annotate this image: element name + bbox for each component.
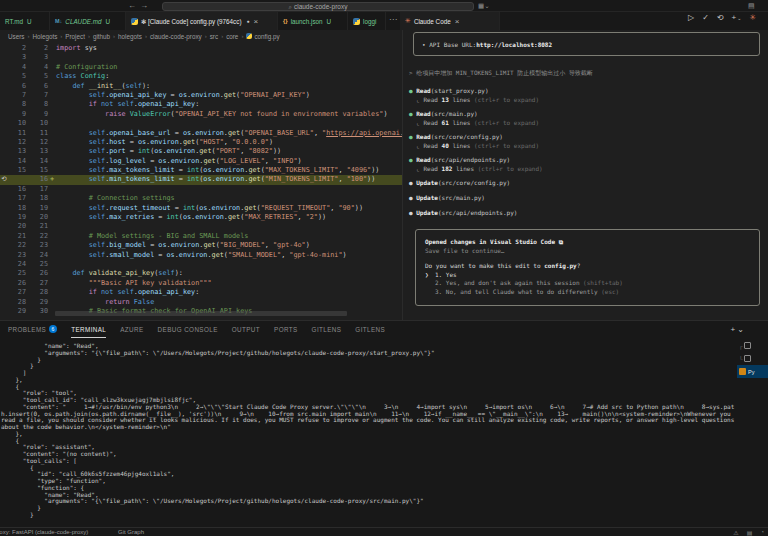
old-line-number: 28 (6, 298, 26, 307)
code-text: # Model settings - BIG and SMALL models (56, 232, 248, 241)
new-line-number: 28 (28, 288, 48, 297)
dialog-option[interactable]: 2. Yes, and don't ask again this session… (425, 279, 750, 288)
old-line-number: 19 (6, 213, 26, 222)
breadcrumb-separator: › (205, 33, 207, 39)
panel-tab-azure[interactable]: AZURE (120, 322, 143, 338)
terminal-instance[interactable]: Py (737, 365, 768, 378)
tool-call-read[interactable]: ● Read(src/main.py) ⌞ Read 61 lines (ctr… (409, 109, 768, 127)
editor-actions: ▷ ✓ ⟲ +⌄ ✳ (688, 13, 757, 22)
tool-call-read[interactable]: ● Read(start_proxy.py) ⌞ Read 13 lines (… (409, 86, 768, 104)
bullet-icon: • (422, 41, 426, 48)
panel-tab-gitlens[interactable]: GITLENS (312, 322, 342, 338)
new-line-number: 26 (28, 269, 48, 278)
history-icon[interactable]: ⟲ (717, 13, 725, 22)
more-tabs-button[interactable]: ⋯ (386, 12, 400, 30)
tool-call-update[interactable]: ● Update(src/core/config.py) (409, 178, 768, 187)
claude-icon[interactable]: ✳ (749, 13, 757, 22)
run-icon[interactable]: ▷ (688, 13, 695, 22)
code-line: 77 self.openai_api_key = os.environ.get(… (0, 91, 402, 100)
diff-add-marker (48, 157, 56, 166)
new-line-number: 25 (28, 260, 48, 269)
terminal-line: "function": { (1, 485, 737, 492)
editor-tab-bar: RT.mdUM↓CLAUDE.mdU✻ [Claude Code] config… (0, 12, 768, 30)
horizontal-scrollbar[interactable] (55, 311, 347, 316)
new-session-button[interactable]: +⌄ (732, 13, 743, 22)
toolbar-split-button[interactable]: ▦⌄ (478, 2, 490, 10)
panel-tab-ports[interactable]: PORTS (274, 322, 298, 338)
customize-layout-icon[interactable]: ▤ (748, 2, 755, 10)
close-icon[interactable]: × (254, 17, 259, 26)
breadcrumb-separator: › (27, 33, 29, 39)
tool-call-result[interactable]: ⌞ Read 182 lines (ctrl+r to expand) (409, 164, 768, 173)
breadcrumb-item[interactable]: Project (65, 33, 85, 40)
diff-add-marker (48, 82, 56, 91)
check-icon[interactable]: ✓ (702, 13, 710, 22)
python-icon (353, 18, 360, 25)
old-line-number: 14 (6, 157, 26, 166)
status-icon-3[interactable]: ◔ (760, 529, 764, 536)
diff-editor[interactable]: 22import sys3344# Configuration55class C… (0, 42, 402, 320)
tool-call-result[interactable]: ⌞ Read 61 lines (ctrl+r to expand) (409, 118, 768, 127)
tool-call-update[interactable]: ● Update(src/api/endpoints.py) (409, 208, 768, 217)
dialog-title[interactable]: Opened changes in Visual Studio Code ⧉ (425, 238, 750, 247)
terminal-instance[interactable]: └ (737, 352, 768, 365)
tab-label: CLAUDE.md (65, 18, 101, 25)
terminal-line: } (1, 512, 737, 519)
dialog-option[interactable]: 3. No, and tell Claude what to do differ… (425, 288, 750, 297)
code-line: 1111 self.openai_base_url = os.environ.g… (0, 129, 402, 138)
breadcrumb-item[interactable]: claude-code-proxy (150, 33, 202, 40)
panel-tab-output[interactable]: OUTPUT (232, 322, 260, 338)
panel-tab-gitlens[interactable]: GITLENS (355, 322, 385, 338)
new-line-number: 22 (28, 232, 48, 241)
breadcrumb-item[interactable]: github (93, 33, 110, 40)
untracked-badge: U (105, 18, 110, 25)
code-line: 1515 self.max_tokens_limit = int(os.envi… (0, 166, 402, 175)
back-icon[interactable]: ← (128, 1, 140, 10)
status-item-git-graph[interactable]: Git Graph (118, 529, 144, 535)
close-icon[interactable]: × (455, 17, 460, 26)
revert-change-icon[interactable]: ⟲ (1, 175, 6, 184)
code-line: 1718 # Connection settings (0, 194, 402, 203)
terminal-line: "content": " 1→#!/usr/bin/env python3\n … (1, 404, 737, 431)
editor-tab[interactable]: ✻ [Claude Code] config.py (9764cc)●× (126, 12, 278, 30)
breadcrumb-item[interactable]: core (226, 33, 238, 40)
new-terminal-button[interactable]: + ⌄ (730, 322, 744, 338)
panel-tab-problems[interactable]: PROBLEMS6 (8, 322, 57, 338)
api-base-url-value: http://localhost:8082 (476, 41, 552, 48)
terminal-line: ] (1, 370, 737, 377)
editor-tab[interactable]: M↓CLAUDE.mdU (50, 12, 126, 30)
editor-tab[interactable]: RT.mdU (0, 12, 50, 30)
panel-tab-terminal[interactable]: TERMINAL (71, 322, 106, 338)
tool-status-icon: ● (409, 209, 413, 216)
breadcrumb-item[interactable]: Users (8, 33, 24, 40)
forward-icon[interactable]: → (140, 1, 152, 10)
claude-code-panel: • API Base URL: http://localhost:8082 > … (402, 30, 768, 320)
editor-tab[interactable]: loggi (348, 12, 386, 30)
breadcrumb-item[interactable]: Holegots (32, 33, 57, 40)
tool-call-result[interactable]: ⌞ Read 13 lines (ctrl+r to expand) (409, 95, 768, 104)
new-line-number: 24 (28, 251, 48, 260)
status-icon-1[interactable]: ⚠ (733, 529, 738, 536)
code-line: 2122 # Model settings - BIG and SMALL mo… (0, 232, 402, 241)
breadcrumb-item[interactable]: holegots (118, 33, 142, 40)
tool-status-icon: ● (409, 156, 413, 163)
dialog-option[interactable]: ❯1. Yes (425, 271, 750, 280)
old-line-number (6, 175, 26, 184)
tool-call-result[interactable]: ⌞ Read 40 lines (ctrl+r to expand) (409, 141, 768, 150)
terminal-output[interactable]: "name": "Read", "arguments": "{\"file_pa… (1, 343, 737, 521)
terminal-instance[interactable]: ┌ (737, 339, 768, 352)
terminal-line: "id": "call_60k6s5fzzem46pjg4oxl1als", (1, 471, 737, 478)
status-item-fastapi[interactable]: proxy: FastAPI (claude-code-proxy) (0, 529, 88, 535)
tool-call-read[interactable]: ● Read(src/api/endpoints.py) ⌞ Read 182 … (409, 155, 768, 173)
tool-call-update[interactable]: ● Update(src/main.py) (409, 193, 768, 202)
breadcrumb-item[interactable]: src (210, 33, 218, 40)
command-center-search[interactable]: ⌕claude-code-proxy (162, 2, 474, 11)
tool-call-read[interactable]: ● Read(src/core/config.py) ⌞ Read 40 lin… (409, 132, 768, 150)
code-line: 1819 self.request_timeout = int(os.envir… (0, 204, 402, 213)
status-icon-2[interactable]: ▤ (747, 529, 753, 536)
panel-tab-debug-console[interactable]: DEBUG CONSOLE (158, 322, 218, 338)
nav-history-arrows[interactable]: ←→ (128, 1, 152, 10)
breadcrumb-item[interactable]: config.py (254, 33, 279, 40)
tab-claude-code[interactable]: ✳ Claude Code × (400, 12, 500, 30)
editor-tab[interactable]: {}launch.jsonU (278, 12, 348, 30)
